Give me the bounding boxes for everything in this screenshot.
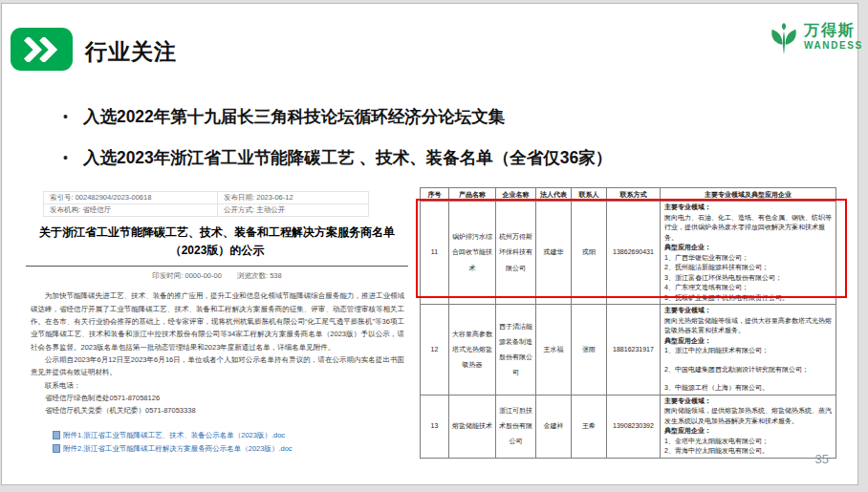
page-title: 行业关注 — [85, 37, 177, 67]
doc-subinfo: 印发时间: 0000-00-00 浏览次数: 538 — [26, 271, 408, 281]
doc-title: 关于浙江省工业节能降碳工艺、技术、装备和工程解决方案服务商名单（2023版）的公… — [26, 224, 408, 259]
doc-body: 为加快节能降碳先进工艺、技术、装备的推广应用，提升工业和信息化领域节能降碳综合服… — [31, 289, 404, 417]
doc-meta-index: 索引号: 002482904/2023-00618 — [44, 192, 218, 204]
company-logo: 万得斯 WANDESS — [768, 23, 863, 61]
doc-file-icon — [53, 431, 60, 439]
cell-product: 熔盐储能技术 — [449, 395, 496, 458]
cell-no: 12 — [421, 305, 449, 396]
notice-document: 索引号: 002482904/2023-00618 发布日期: 2023-06-… — [26, 191, 408, 458]
doc-file-icon — [53, 444, 60, 453]
apps-label: 典型应用企业： — [664, 336, 832, 347]
field-label: 主要专业领域： — [664, 306, 832, 316]
bullet-marker: • — [63, 106, 68, 127]
app-item: 4、广东理文造纸有限公司； — [664, 283, 832, 293]
app-item: 1、浙江中控太阳能技术有限公司； — [664, 346, 832, 356]
doc-paragraph: 为加快节能降碳先进工艺、技术、装备的推广应用，提升工业和信息化领域节能降碳综合服… — [31, 289, 404, 353]
cell-legal-rep: 戎建华 — [536, 202, 572, 305]
col-header-no: 序号 — [421, 188, 449, 202]
app-item: 2、中国电建集团西北勘测设计研究院有限公司； — [664, 365, 832, 375]
table-row: 13 熔盐储能技术 浙江可胜技术股份有限公司 金建祥 王希 1390823039… — [421, 395, 836, 458]
app-item: 1、广西华银铝业有限公司； — [664, 253, 832, 264]
doc-view-count: 浏览次数: 538 — [237, 271, 282, 280]
bullet-text: 入选2023年浙江省工业节能降碳工艺 、技术、装备名单（全省仅36家） — [83, 147, 612, 168]
bullet-item: • 入选2022年第十九届长三角科技论坛循环经济分论坛文集 — [63, 106, 751, 127]
col-header-phone: 联系方式 — [607, 188, 661, 202]
doc-print-time: 印发时间: 0000-00-00 — [152, 271, 222, 280]
energy-saving-list-table: 序号 产品名称 企业名称 法人代表 联系人 联系方式 主要专业领域及典型应用企业… — [420, 187, 836, 459]
slide: 行业关注 万得斯 WANDESS • 入选2022年第十九届长三角科技论坛循环经… — [1, 3, 858, 485]
apps-list: 1、浙江中控太阳能技术有限公司； 2、中国电建集团西北勘测设计研究院有限公司； … — [664, 346, 832, 394]
cell-company: 杭州万得斯环保科技有限公司 — [496, 202, 536, 305]
apps-label: 典型应用企业： — [664, 426, 832, 437]
doc-meta-table: 索引号: 002482904/2023-00618 发布日期: 2023-06-… — [43, 191, 369, 217]
doc-contact-label: 联系电话： — [31, 379, 404, 392]
col-header-product: 产品名称 — [449, 188, 496, 202]
bullet-item: • 入选2023年浙江省工业节能降碳工艺 、技术、装备名单（全省仅36家） — [63, 147, 751, 168]
doc-contact-phone-1: 省经信厅绿色制造处0571-87058126 — [31, 392, 404, 404]
field-text: 面向储能领域，提供熔盐加热系统、熔盐储热系统、蒸汽发生系统以及电加热器解决方案和… — [664, 406, 832, 426]
app-item: 1、金塔中光太阳能发电有限公司； — [664, 437, 832, 447]
field-text: 面向光热熔盐储能等领域，提供大容量高参数塔式光热熔盐吸热器装置和技术服务。 — [664, 316, 832, 336]
logo-text-en: WANDESS — [804, 41, 863, 51]
col-header-field: 主要专业领域及典型应用企业 — [661, 188, 836, 202]
cell-field-detail: 主要专业领域： 面向光热熔盐储能等领域，提供大容量高参数塔式光热熔盐吸热器装置和… — [661, 305, 836, 396]
col-header-company: 企业名称 — [496, 188, 536, 202]
doc-paragraph: 公示期自2023年6月12日至2023年6月16日，单位或者个人如对公示名单持有… — [31, 353, 404, 379]
bullet-list: • 入选2022年第十九届长三角科技论坛循环经济分论坛文集 • 入选2023年浙… — [63, 106, 751, 188]
cell-contact: 戎阳 — [572, 202, 607, 305]
cell-no: 11 — [421, 202, 449, 305]
doc-meta-open-mode: 公开方式: 主动公开 — [218, 204, 369, 217]
table-row: 11 锅炉排污水综合回收节能技术 杭州万得斯环保科技有限公司 戎建华 戎阳 13… — [421, 202, 836, 305]
apps-list: 1、广西华银铝业有限公司； 2、抚州能洁新能源科技有限公司； 3、浙江富春江环保… — [664, 253, 832, 304]
app-item: 2、抚州能洁新能源科技有限公司； — [664, 263, 832, 273]
cell-legal-rep: 王水福 — [536, 305, 572, 396]
page-number: 35 — [781, 452, 829, 466]
field-label: 主要专业领域： — [664, 203, 832, 213]
cell-phone: 13908230392 — [607, 395, 661, 458]
cell-field-detail: 主要专业领域： 面向储能领域，提供熔盐加热系统、熔盐储热系统、蒸汽发生系统以及电… — [661, 395, 836, 458]
cell-phone: 13862690431 — [607, 202, 661, 305]
cell-contact: 张雨 — [572, 305, 607, 396]
app-item: 3、中能源工程（上海）有限公司。 — [664, 383, 832, 394]
double-chevron-icon — [11, 28, 73, 71]
doc-attachments: 附件1.浙江省工业节能降碳工艺、技术、装备公示名单（2023版）.doc 附件2… — [53, 431, 408, 454]
cell-field-detail: 主要专业领域： 面向电力、石油、化工、造纸、有色金属、钢铁、纺织等行业，提供锅炉… — [661, 202, 836, 305]
cell-legal-rep: 金建祥 — [536, 395, 572, 458]
col-header-legal-rep: 法人代表 — [536, 188, 572, 202]
field-label: 主要专业领域： — [664, 396, 832, 407]
attachment-link-1[interactable]: 附件1.浙江省工业节能降碳工艺、技术、装备公示名单（2023版）.doc — [63, 431, 285, 440]
apps-label: 典型应用企业： — [664, 243, 832, 253]
app-item: 5、抚顺矿业集团中机热电有限责任公司。 — [664, 293, 832, 304]
cell-product: 大容量高参数塔式光热熔盐吸热器 — [449, 305, 496, 396]
cell-contact: 王希 — [572, 395, 607, 458]
cell-phone: 18816231917 — [607, 305, 661, 396]
cell-product: 锅炉排污水综合回收节能技术 — [449, 202, 496, 305]
table-row: 12 大容量高参数塔式光热熔盐吸热器 西子清洁能源装备制造股份有限公司 王水福 … — [421, 305, 836, 396]
doc-contact-phone-2: 省经信厅机关党委（机关纪委）0571-87053338 — [31, 404, 404, 417]
attachment-link-2[interactable]: 附件2.浙江省工业节能降碳工程解决方案服务商公示名单（2023版）.doc — [63, 444, 293, 454]
doc-divider — [26, 266, 408, 267]
table-header-row: 序号 产品名称 企业名称 法人代表 联系人 联系方式 主要专业领域及典型应用企业 — [421, 188, 836, 202]
cell-company: 西子清洁能源装备制造股份有限公司 — [496, 305, 536, 396]
doc-meta-publish-date: 发布日期: 2023-06-12 — [218, 192, 369, 204]
app-item: 3、浙江富春江环保热电股份有限公司； — [664, 273, 832, 284]
col-header-contact: 联系人 — [572, 188, 607, 202]
cell-company: 浙江可胜技术股份有限公司 — [496, 395, 536, 458]
cell-no: 13 — [421, 395, 449, 458]
logo-text-cn: 万得斯 — [804, 23, 863, 38]
bullet-marker: • — [63, 147, 68, 168]
doc-meta-agency: 发布机构: 省经信厅 — [44, 204, 218, 217]
field-text: 面向电力、石油、化工、造纸、有色金属、钢铁、纺织等行业，提供锅炉余热废水零排放回… — [664, 213, 832, 244]
plant-logo-icon — [768, 23, 800, 61]
bullet-text: 入选2022年第十九届长三角科技论坛循环经济分论坛文集 — [83, 106, 505, 127]
